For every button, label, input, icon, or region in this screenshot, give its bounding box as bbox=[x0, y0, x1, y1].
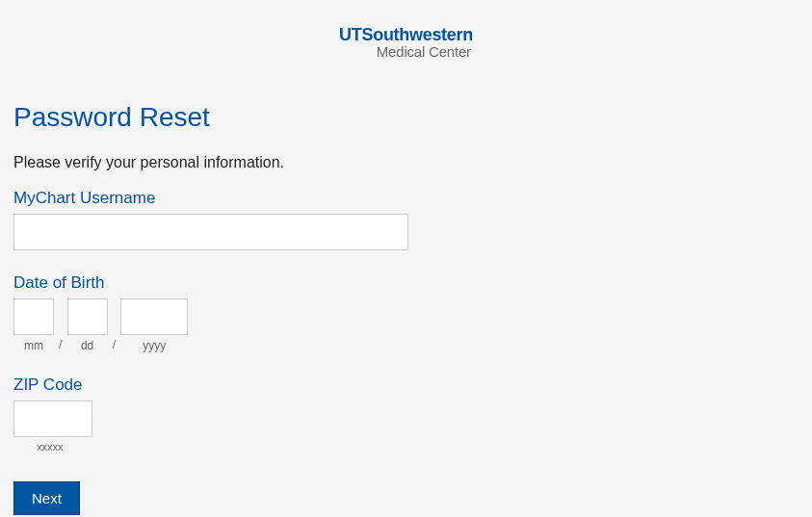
dob-label: Date of Birth bbox=[13, 273, 799, 293]
zip-hint: xxxxx bbox=[13, 441, 799, 452]
dob-separator-2: / bbox=[108, 337, 121, 351]
username-label: MyChart Username bbox=[13, 189, 799, 208]
dob-month-col: mm bbox=[13, 298, 54, 352]
dob-year-hint: yyyy bbox=[143, 339, 166, 352]
dob-separator-1: / bbox=[54, 337, 67, 351]
dob-year-col: yyyy bbox=[120, 298, 188, 352]
logo: UTSouthwestern Medical Center bbox=[339, 25, 473, 60]
page-header: UTSouthwestern Medical Center bbox=[0, 0, 812, 68]
dob-inputs-row: mm / dd / yyyy bbox=[13, 298, 799, 352]
content-area: Password Reset Please verify your person… bbox=[0, 68, 812, 515]
next-button[interactable]: Next bbox=[13, 481, 80, 515]
dob-year-input[interactable] bbox=[120, 298, 188, 335]
username-input[interactable] bbox=[13, 214, 408, 250]
dob-day-input[interactable] bbox=[67, 298, 108, 335]
dob-day-hint: dd bbox=[81, 339, 93, 352]
zip-label: ZIP Code bbox=[13, 375, 799, 395]
dob-month-hint: mm bbox=[24, 339, 43, 352]
dob-day-col: dd bbox=[67, 298, 108, 352]
logo-subtext: Medical Center bbox=[339, 43, 473, 60]
instruction-text: Please verify your personal information. bbox=[13, 154, 799, 171]
dob-month-input[interactable] bbox=[13, 298, 54, 335]
username-field-group: MyChart Username bbox=[13, 189, 799, 250]
logo-text: UTSouthwestern bbox=[339, 25, 473, 45]
page-title: Password Reset bbox=[13, 102, 799, 133]
zip-input[interactable] bbox=[13, 401, 92, 437]
dob-field-group: Date of Birth mm / dd / yyyy bbox=[13, 273, 799, 352]
zip-field-group: ZIP Code xxxxx bbox=[13, 375, 799, 452]
